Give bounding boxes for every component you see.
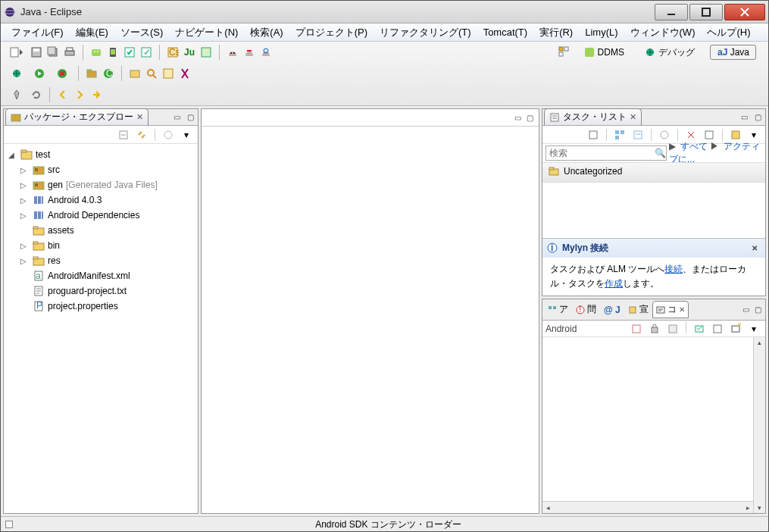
tree-item-proguard[interactable]: proguard-project.txt: [19, 283, 198, 299]
perspective-ddms[interactable]: DDMS: [578, 45, 630, 59]
tomcat-restart-icon[interactable]: [258, 45, 274, 60]
console-output[interactable]: ▴▾ ◂▸: [542, 337, 765, 513]
menu-window[interactable]: ウィンドウ(W): [624, 24, 702, 41]
save-button[interactable]: [29, 45, 44, 60]
minimize-button[interactable]: [655, 4, 688, 20]
tree-item-deps[interactable]: ▷Android Dependencies: [19, 208, 198, 223]
close-icon[interactable]: ✕: [136, 112, 143, 122]
maximize-view-button[interactable]: ▢: [752, 111, 764, 123]
run-last-button[interactable]: [52, 66, 73, 81]
new-button[interactable]: [6, 45, 27, 60]
tree-item-src[interactable]: ▷src: [19, 162, 198, 177]
new-package-button[interactable]: [84, 66, 99, 81]
console-open-button[interactable]: [710, 321, 725, 336]
minimize-view-button[interactable]: ▭: [170, 111, 183, 123]
new-class-button[interactable]: C: [101, 66, 116, 81]
tree-item-assets[interactable]: assets: [19, 223, 198, 238]
console-scroll-lock-button[interactable]: [647, 321, 662, 336]
view-menu-button[interactable]: ▾: [179, 127, 194, 142]
close-icon[interactable]: ✕: [679, 305, 685, 314]
close-icon[interactable]: ✕: [749, 242, 761, 254]
tree-item-res[interactable]: ▷res: [19, 253, 198, 268]
package-explorer-tab[interactable]: パッケージ・エクスプロー ✕: [5, 108, 148, 125]
avd-button[interactable]: [105, 45, 120, 60]
tab-outline[interactable]: ア: [544, 301, 572, 318]
tree-item-manifest[interactable]: aAndroidManifest.xml: [19, 268, 198, 283]
tab-declaration[interactable]: 宣: [624, 301, 652, 318]
maximize-view-button[interactable]: ▢: [752, 304, 764, 316]
tree-root[interactable]: ◢test: [7, 147, 198, 162]
minimize-view-button[interactable]: ▭: [739, 304, 752, 316]
menu-run[interactable]: 実行(R): [533, 24, 579, 41]
tomcat-stop-icon[interactable]: [242, 45, 257, 60]
tab-javadoc[interactable]: @ J: [600, 302, 624, 318]
pin-button[interactable]: [6, 87, 27, 102]
print-button[interactable]: [62, 45, 77, 60]
refresh-button[interactable]: [29, 87, 44, 102]
menu-source[interactable]: ソース(S): [114, 24, 169, 41]
save-all-button[interactable]: [45, 45, 61, 60]
vertical-scrollbar[interactable]: ▴▾: [753, 337, 765, 513]
task-filter-all[interactable]: すべて: [680, 141, 708, 152]
close-icon[interactable]: ✕: [630, 112, 636, 122]
focus-task-button[interactable]: [161, 127, 176, 142]
task-category-row[interactable]: Uncategorized: [542, 162, 765, 183]
tomcat-start-icon[interactable]: [225, 45, 240, 60]
horizontal-scrollbar[interactable]: ◂▸: [542, 501, 753, 513]
run-dropdown-button[interactable]: [29, 66, 50, 81]
new-android-project-button[interactable]: ✓: [139, 45, 154, 60]
tree-item-gen[interactable]: ▷gen [Generated Java Files]: [19, 177, 198, 192]
view-menu-button[interactable]: ▾: [746, 321, 761, 336]
console-clear-button[interactable]: [629, 321, 644, 336]
junit-icon[interactable]: Ju: [182, 45, 197, 60]
search-button[interactable]: [144, 66, 159, 81]
categorize-button[interactable]: [612, 127, 627, 142]
console-display-button[interactable]: [692, 321, 707, 336]
minimize-view-button[interactable]: ▭: [738, 111, 750, 123]
menu-edit[interactable]: 編集(E): [70, 24, 114, 41]
task-search-input[interactable]: [545, 146, 667, 161]
tree-item-bin[interactable]: ▷bin: [19, 238, 198, 253]
open-perspective-button[interactable]: [556, 44, 571, 59]
package-tree[interactable]: ◢test ▷src ▷gen [Generated Java Files] ▷…: [4, 144, 198, 513]
open-type-button[interactable]: [127, 66, 142, 81]
checkstyle-icon[interactable]: Cs: [165, 45, 180, 60]
maximize-button[interactable]: [689, 4, 723, 20]
nav-back-button[interactable]: [55, 87, 70, 102]
maximize-view-button[interactable]: ▢: [184, 111, 196, 123]
mylyn-connect-link[interactable]: 接続: [664, 264, 683, 274]
nav-forward-button[interactable]: [72, 87, 87, 102]
task-list-tab[interactable]: タスク・リスト ✕: [544, 108, 642, 125]
task-button[interactable]: [177, 66, 192, 81]
tree-item-android[interactable]: ▷Android 4.0.3: [19, 192, 198, 208]
debug-dropdown-button[interactable]: [6, 66, 27, 81]
menu-limy[interactable]: Limy(L): [579, 25, 624, 39]
perspective-debug[interactable]: デバッグ: [639, 45, 701, 61]
new-task-button[interactable]: [586, 127, 601, 142]
mylyn-create-link[interactable]: 作成: [605, 278, 623, 289]
close-button[interactable]: [724, 4, 765, 20]
link-editor-button[interactable]: [134, 127, 149, 142]
menu-search[interactable]: 検索(A): [244, 24, 289, 41]
perspective-java[interactable]: aJJava: [710, 45, 756, 60]
nav-up-button[interactable]: [89, 87, 104, 102]
tab-problems[interactable]: !問: [572, 301, 600, 318]
menu-refactor[interactable]: リファクタリング(T): [374, 24, 477, 41]
menu-project[interactable]: プロジェクト(P): [289, 24, 374, 41]
lint-button[interactable]: [122, 45, 137, 60]
console-pin-button[interactable]: [665, 321, 680, 336]
schedule-button[interactable]: [630, 127, 646, 142]
collapse-all-button[interactable]: [116, 127, 131, 142]
menu-help[interactable]: ヘルプ(H): [701, 24, 756, 41]
console-new-button[interactable]: +: [728, 321, 743, 336]
tree-item-properties[interactable]: Pproject.properties: [19, 299, 198, 314]
android-sdk-button[interactable]: [89, 45, 104, 60]
menu-navigate[interactable]: ナビゲート(N): [169, 24, 244, 41]
editor-minimize-button[interactable]: ▭: [511, 111, 524, 124]
coverage-icon[interactable]: [199, 45, 214, 60]
tab-console[interactable]: コ✕: [652, 301, 689, 318]
editor-maximize-button[interactable]: ▢: [524, 111, 536, 124]
menu-file[interactable]: ファイル(F): [5, 24, 70, 41]
annotation-button[interactable]: [161, 66, 176, 81]
menu-tomcat[interactable]: Tomcat(T): [477, 25, 534, 39]
